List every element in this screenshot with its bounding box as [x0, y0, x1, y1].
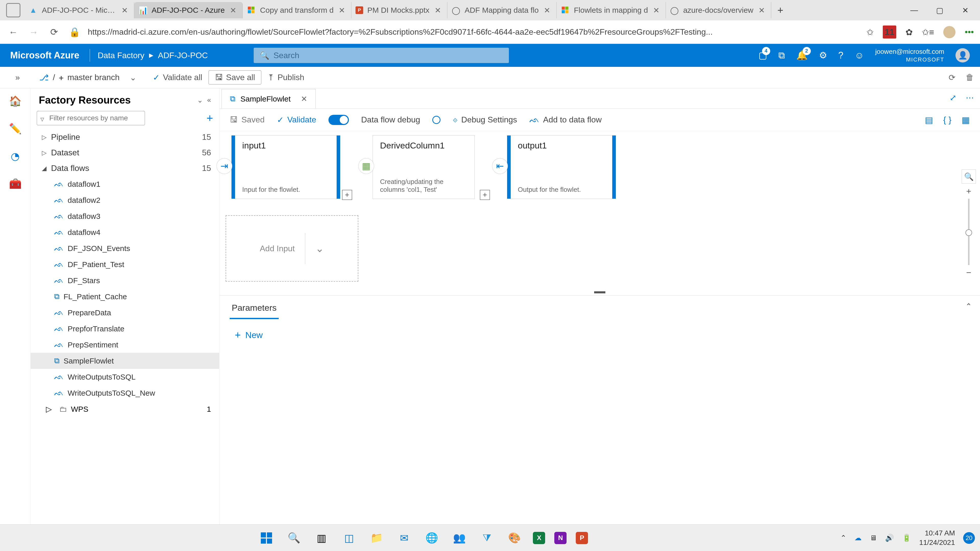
- branch-selector[interactable]: ⎇ / ᚐ master branch: [39, 73, 119, 83]
- close-icon[interactable]: ✕: [544, 6, 550, 15]
- expand-icon[interactable]: ⌄: [197, 96, 203, 104]
- crumb-datafactory[interactable]: Data Factory: [98, 51, 145, 60]
- monitor-icon[interactable]: ◔: [8, 148, 23, 164]
- vscode-icon[interactable]: ⧩: [478, 529, 496, 547]
- zoom-search-icon[interactable]: 🔍: [962, 169, 976, 184]
- zoom-in-button[interactable]: +: [966, 186, 971, 196]
- flow-node-output[interactable]: ⇤ output1 Output for the flowlet.: [511, 135, 612, 199]
- explorer-icon[interactable]: 📁: [368, 529, 386, 547]
- collapse-panel-icon[interactable]: ⌃: [966, 302, 972, 311]
- add-resource-button[interactable]: +: [207, 112, 213, 124]
- browser-tab[interactable]: ▲ ADF-JO-POC - Micros ✕: [24, 2, 134, 18]
- tab-actions-icon[interactable]: [6, 3, 21, 17]
- browser-tab[interactable]: Copy and transform d ✕: [243, 2, 352, 18]
- search-button[interactable]: 🔍: [285, 529, 303, 547]
- dataflow-item[interactable]: ᨒdataflow3: [30, 208, 219, 224]
- close-window-button[interactable]: ✕: [953, 3, 978, 18]
- dataflow-item[interactable]: ᨒDF_Patient_Test: [30, 256, 219, 272]
- debug-settings-button[interactable]: ⟐Debug Settings: [453, 115, 517, 124]
- dataflow-item[interactable]: ᨒWriteOutputsToSQL: [30, 369, 219, 385]
- dataflow-item[interactable]: ᨒDF_Stars: [30, 272, 219, 289]
- paint-icon[interactable]: 🎨: [505, 529, 524, 547]
- add-connector-button[interactable]: +: [480, 190, 490, 200]
- zoom-out-button[interactable]: −: [966, 268, 971, 278]
- user-avatar[interactable]: 👤: [956, 48, 970, 62]
- browser-tab[interactable]: 📊 ADF-JO-POC - Azure ✕: [134, 2, 243, 18]
- maximize-button[interactable]: ▢: [927, 3, 953, 18]
- delete-icon[interactable]: 🗑: [966, 73, 974, 83]
- pdf-badge[interactable]: 11: [883, 25, 897, 38]
- directory-icon[interactable]: ⧉: [778, 50, 785, 61]
- script-icon[interactable]: ▤: [925, 115, 933, 125]
- dataflow-item[interactable]: ᨒWriteOutputsToSQL_New: [30, 385, 219, 401]
- edge-icon[interactable]: 🌐: [423, 529, 441, 547]
- section-dataflows[interactable]: ◢ Data flows 15: [30, 160, 219, 176]
- add-to-dataflow-button[interactable]: ᨒAdd to data flow: [529, 115, 601, 124]
- dataflow-item[interactable]: ᨒdataflow2: [30, 192, 219, 208]
- volume-icon[interactable]: 🔊: [885, 534, 894, 542]
- forward-button[interactable]: →: [27, 25, 41, 39]
- more-icon[interactable]: ⋯: [966, 93, 974, 103]
- section-dataset[interactable]: ▷ Dataset 56: [30, 145, 219, 160]
- teams-icon[interactable]: 👥: [450, 529, 469, 547]
- code-icon[interactable]: { }: [943, 115, 951, 125]
- search-input[interactable]: [273, 51, 503, 60]
- site-lock-icon[interactable]: 🔒: [67, 25, 82, 39]
- dataflow-item[interactable]: ⧉FL_Patient_Cache: [30, 289, 219, 305]
- url-text[interactable]: https://madrid-ci.azure.com/en-us/author…: [88, 27, 860, 37]
- author-icon[interactable]: ✏️: [8, 121, 23, 136]
- cloud-shell-icon[interactable]: ▢4: [759, 50, 767, 61]
- manage-icon[interactable]: 🧰: [8, 176, 23, 191]
- flow-node-derived[interactable]: DerivedColumn1 Creating/updating the col…: [372, 135, 475, 199]
- expand-icon[interactable]: ⤢: [950, 93, 956, 103]
- powerpoint-icon[interactable]: P: [576, 532, 588, 544]
- dataflow-item[interactable]: ᨒPrepforTranslate: [30, 321, 219, 337]
- onenote-icon[interactable]: N: [554, 532, 566, 544]
- settings-icon[interactable]: ⚙: [819, 50, 827, 61]
- crumb-factory-name[interactable]: ADF-JO-POC: [158, 51, 208, 60]
- add-connector-button[interactable]: +: [342, 190, 352, 200]
- new-parameter-button[interactable]: + New: [235, 329, 970, 341]
- parameters-tab[interactable]: Parameters: [230, 298, 279, 319]
- browser-tab[interactable]: ◯ azure-docs/overview ✕: [666, 2, 771, 18]
- onedrive-icon[interactable]: ☁: [854, 534, 862, 542]
- browser-tab[interactable]: P PM DI Mocks.pptx ✕: [352, 2, 447, 18]
- new-tab-button[interactable]: +: [771, 5, 789, 16]
- close-icon[interactable]: ✕: [121, 6, 128, 15]
- dataflow-item[interactable]: ᨒdataflow4: [30, 224, 219, 240]
- dataflow-item[interactable]: ᨒPrepareData: [30, 305, 219, 321]
- more-icon[interactable]: •••: [965, 27, 974, 37]
- flow-canvas[interactable]: ⇥ input1 Input for the flowlet. + Derive…: [220, 131, 980, 289]
- dataflow-item[interactable]: ᨒdataflow1: [30, 176, 219, 192]
- dataflow-item[interactable]: ⧉SampleFlowlet: [30, 353, 219, 369]
- reading-list-icon[interactable]: ✩: [866, 27, 873, 37]
- refresh-icon[interactable]: ⟳: [948, 73, 956, 83]
- panel-splitter[interactable]: [220, 289, 980, 295]
- start-button[interactable]: [257, 529, 275, 547]
- minimize-button[interactable]: —: [901, 3, 927, 18]
- folder-wps[interactable]: ▷ 🗀 WPS 1: [30, 401, 219, 417]
- dataflow-item[interactable]: ᨒPrepSentiment: [30, 337, 219, 353]
- add-input-button[interactable]: Add Input ⌄: [226, 215, 358, 282]
- close-icon[interactable]: ✕: [301, 94, 307, 103]
- notifications-icon[interactable]: 🔔2: [796, 50, 808, 61]
- dataflow-item[interactable]: ᨒDF_JSON_Events: [30, 240, 219, 256]
- grid-icon[interactable]: ▦: [962, 115, 970, 125]
- debug-toggle[interactable]: [328, 115, 349, 125]
- publish-button[interactable]: ⤒Publish: [261, 71, 310, 84]
- favorites-icon[interactable]: ✩≡: [922, 27, 934, 37]
- browser-tab[interactable]: Flowlets in mapping d ✕: [557, 2, 666, 18]
- filter-input[interactable]: [37, 111, 145, 125]
- extensions-icon[interactable]: ✿: [905, 27, 913, 37]
- tray-chevron-icon[interactable]: ⌃: [840, 534, 846, 542]
- profile-avatar[interactable]: [943, 26, 956, 38]
- brand-label[interactable]: Microsoft Azure: [10, 50, 80, 61]
- collapse-icon[interactable]: «: [207, 96, 211, 104]
- collapse-rail-icon[interactable]: »: [6, 73, 29, 82]
- outlook-icon[interactable]: ✉: [395, 529, 414, 547]
- flow-node-input[interactable]: ⇥ input1 Input for the flowlet.: [235, 135, 337, 199]
- close-icon[interactable]: ✕: [759, 6, 765, 15]
- task-view-button[interactable]: ▥: [312, 529, 331, 547]
- user-block[interactable]: joowen@microsoft.com MICROSOFT: [875, 48, 944, 63]
- refresh-button[interactable]: ⟳: [47, 25, 61, 39]
